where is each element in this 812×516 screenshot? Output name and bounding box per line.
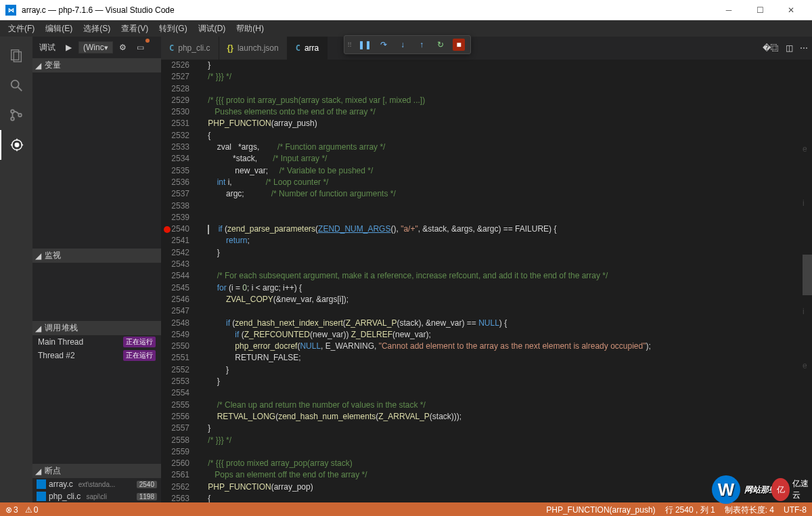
checkbox-icon[interactable]: [37, 492, 46, 501]
compare-icon[interactable]: �⿻: [763, 43, 779, 53]
editor-tab[interactable]: Cphp_cli.c: [161, 37, 219, 60]
debug-config-combo[interactable]: (Winc ▾: [78, 41, 113, 53]
breakpoint-row[interactable]: array.cext\standa...2540: [32, 478, 161, 490]
function-status[interactable]: PHP_FUNCTION(array_push): [546, 505, 655, 515]
editor: Cphp_cli.c{}launch.jsonCarra �⿻ ◫ ⋯ 2526…: [161, 37, 812, 502]
debug-header: 调试 ▶ (Winc ▾ ⚙ ▭: [32, 37, 161, 58]
watch-header[interactable]: ◢监视: [32, 249, 161, 263]
code[interactable]: } /* }}} */ /* {{{ proto int array_push(…: [199, 60, 812, 502]
code-area[interactable]: 2526252725282529253025312532253325342535…: [161, 60, 812, 502]
status-bar: ⊗ 3 ⚠ 0 PHP_FUNCTION(array_push) 行 2540 …: [0, 502, 812, 516]
gutter: 2526252725282529253025312532253325342535…: [161, 60, 199, 502]
svg-point-6: [18, 114, 22, 117]
more-icon[interactable]: ⋯: [800, 43, 808, 53]
editor-tabs: Cphp_cli.c{}launch.jsonCarra �⿻ ◫ ⋯: [161, 37, 812, 60]
step-out-button[interactable]: ↑: [412, 37, 431, 53]
svg-line-3: [18, 87, 22, 91]
debug-sidebar: 调试 ▶ (Winc ▾ ⚙ ▭ ◢变量 ◢监视 ◢调用堆栈 Main Thre…: [32, 37, 161, 502]
start-debug-button[interactable]: ▶: [61, 40, 76, 55]
menu-item[interactable]: 转到(G): [154, 22, 192, 36]
checkbox-icon[interactable]: [37, 479, 46, 489]
breakpoints-panel: array.cext\standa...2540php_cli.csapi\cl…: [32, 478, 161, 502]
variables-header[interactable]: ◢变量: [32, 58, 161, 72]
split-editor-icon[interactable]: ◫: [786, 43, 793, 53]
debug-console-icon[interactable]: ▭: [133, 40, 148, 55]
window-title: array.c — php-7.1.6 — Visual Studio Code: [22, 5, 713, 15]
step-into-button[interactable]: ↓: [393, 37, 412, 53]
restart-button[interactable]: ↻: [431, 37, 450, 53]
pause-button[interactable]: ❚❚: [355, 37, 374, 53]
debug-icon[interactable]: [0, 130, 32, 160]
menu-item[interactable]: 帮助(H): [231, 22, 269, 36]
explorer-icon[interactable]: [0, 41, 32, 70]
stop-button[interactable]: ■: [453, 39, 465, 51]
breakpoints-header[interactable]: ◢断点: [32, 464, 161, 478]
debug-toolbar[interactable]: ⠿ ❚❚ ↷ ↓ ↑ ↻ ■: [344, 35, 471, 54]
watch-panel: [32, 263, 161, 321]
thread-row[interactable]: Main Thread正在运行: [32, 335, 161, 349]
svg-point-5: [11, 117, 14, 121]
breakpoint-row[interactable]: php_cli.csapi\cli1198: [32, 490, 161, 502]
thread-row[interactable]: Thread #2正在运行: [32, 349, 161, 362]
cursor-position[interactable]: 行 2540 , 列 1: [665, 504, 715, 516]
page-edge: eieie: [803, 122, 811, 393]
minimize-button[interactable]: ─: [713, 0, 744, 20]
encoding-status[interactable]: UTF-8: [784, 505, 807, 515]
warnings-status[interactable]: ⚠ 0: [25, 505, 39, 515]
file-type-icon: C: [169, 43, 174, 53]
editor-tab[interactable]: {}launch.json: [219, 37, 288, 60]
svg-point-8: [15, 143, 19, 147]
svg-point-4: [11, 110, 14, 113]
menu-item[interactable]: 文件(F): [3, 22, 40, 36]
callstack-panel: Main Thread正在运行Thread #2正在运行: [32, 335, 161, 464]
menu-item[interactable]: 查看(V): [116, 22, 154, 36]
drag-grip-icon[interactable]: ⠿: [347, 41, 353, 49]
source-control-icon[interactable]: [0, 100, 32, 130]
debug-label: 调试: [37, 42, 58, 53]
menu-item[interactable]: 选择(S): [78, 22, 116, 36]
title-bar: ⋈ array.c — php-7.1.6 — Visual Studio Co…: [0, 0, 812, 20]
indent-status[interactable]: 制表符长度: 4: [725, 504, 774, 516]
search-icon[interactable]: [0, 70, 32, 100]
menu-bar: 文件(F)编辑(E)选择(S)查看(V)转到(G)调试(D)帮助(H): [0, 20, 812, 37]
menu-item[interactable]: 调试(D): [193, 22, 231, 36]
file-type-icon: C: [296, 43, 300, 53]
file-type-icon: {}: [227, 43, 233, 53]
gear-icon[interactable]: ⚙: [116, 40, 131, 55]
close-button[interactable]: ✕: [775, 0, 807, 20]
callstack-header[interactable]: ◢调用堆栈: [32, 321, 161, 335]
menu-item[interactable]: 编辑(E): [40, 22, 78, 36]
variables-panel: [32, 72, 161, 249]
activity-bar: [0, 37, 32, 502]
maximize-button[interactable]: ☐: [744, 0, 775, 20]
watermark-2: 亿亿速云: [771, 475, 812, 504]
svg-point-2: [12, 81, 19, 88]
errors-status[interactable]: ⊗ 3: [5, 505, 18, 515]
vscode-icon: ⋈: [5, 5, 16, 16]
step-over-button[interactable]: ↷: [374, 37, 393, 53]
editor-tab[interactable]: Carra: [288, 37, 328, 60]
